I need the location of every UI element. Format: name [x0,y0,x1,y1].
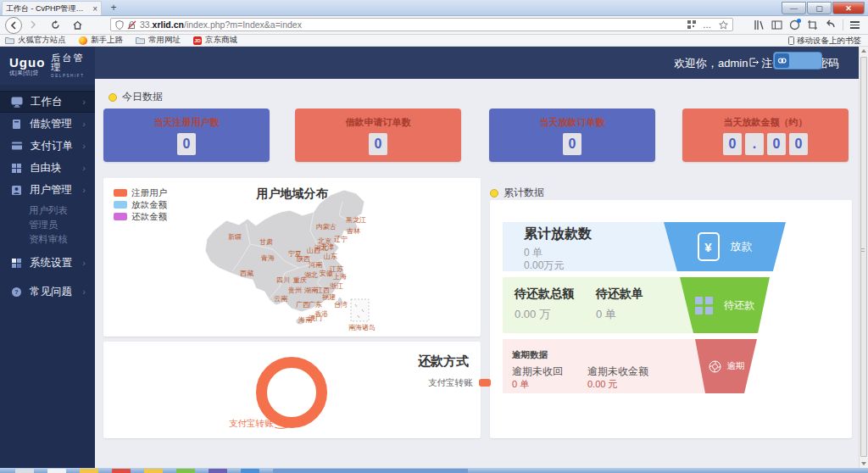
row2-col2-title: 待还款单 [596,287,643,302]
user-icon [11,185,22,196]
province-label: 辽宁 [334,235,348,244]
section-heading-totals: 累计数据 [490,186,544,200]
taskbar-icon[interactable] [241,469,259,473]
page-actions-icon[interactable]: … [703,20,712,30]
row1-amount: 0.00万元 [524,259,564,273]
qr-page-action-icon[interactable] [687,20,696,29]
screenshot-tool-icon[interactable] [807,19,818,31]
tracking-shield-icon[interactable] [115,20,124,30]
taskbar-icon[interactable] [80,469,98,473]
taskbar-icon[interactable] [15,469,34,473]
row2-col1-value: 0.00 万 [515,307,550,322]
insecure-lock-icon[interactable] [127,20,136,30]
scroll-up-arrow-icon[interactable] [861,49,866,53]
reload-button[interactable] [47,17,63,32]
windows-taskbar[interactable] [0,468,868,473]
extension-badge-icon[interactable] [789,19,800,31]
stat-card-disbursed-amount: 当天放款金额（约） 0.00 [682,109,849,162]
phone-icon [788,36,794,45]
province-label: 广西 [296,300,309,309]
sidebar-item-workbench[interactable]: 工作台 › [0,91,95,113]
bookmark-star-icon[interactable] [719,20,728,30]
province-label: 内蒙古 [316,222,337,231]
row3-small-title: 逾期数据 [512,349,548,361]
minimize-button[interactable]: — [782,2,806,14]
sidebar-item-payments[interactable]: 支付订单 › [0,135,95,157]
counter: 0 [367,133,389,155]
blocks-grid-icon [11,163,22,174]
scroll-down-arrow-icon[interactable] [861,462,866,465]
back-button[interactable] [5,17,22,34]
stat-card-loan-applications: 借款申请订单数 0 [295,109,461,162]
logout-icon[interactable] [749,58,759,67]
counter-digit: 0 [563,133,581,155]
province-label: 上海 [333,272,347,281]
new-tab-button[interactable]: + [105,2,122,14]
sidebar-item-user-list[interactable]: 用户列表 [0,203,95,218]
sidebar-item-admins[interactable]: 管理员 [0,218,95,232]
province-label: 广东 [309,300,322,309]
credit-card-icon [11,141,23,151]
sidebar-item-profile-review[interactable]: 资料审核 [0,232,95,247]
chevron-right-icon: › [82,185,86,195]
close-button[interactable]: ✕ [832,2,865,14]
browser-tab[interactable]: 工作台 - CvPHP管理系统 × [2,1,102,15]
section-heading-today: 今日数据 [108,90,163,104]
sidebar-item-loans[interactable]: 借款管理 › [0,113,95,135]
question-circle-icon: ? [11,287,22,298]
library-icon[interactable] [754,19,765,31]
ledger-icon [11,119,22,130]
taskbar-active-window[interactable] [273,469,468,473]
taskbar-icon[interactable] [176,469,195,473]
window-controls: — ▢ ✕ [781,2,865,14]
bookmark-item[interactable]: 新手上路 [79,35,123,46]
sidebar-item-users[interactable]: 用户管理 › [0,179,95,201]
home-button[interactable] [70,17,85,32]
funnel-stage-disbursed: ¥ 放款 [664,222,786,271]
sync-arrow-icon[interactable] [825,19,836,31]
brand-en: DELPSHIFT [51,75,95,79]
repay-legend-label[interactable]: 支付宝转账 [428,377,473,389]
taskbar-icon[interactable] [209,469,227,473]
row3-col1-value: 0 单 [512,378,529,391]
url-bar[interactable]: 33.xrlid.cn/index.php?m=Index&a=index … [110,18,733,31]
tab-title: 工作台 - CvPHP管理系统 [6,3,90,14]
donut-label-leader [275,420,298,431]
taskbar-icon[interactable] [112,469,131,473]
folder-icon [136,36,145,44]
bookmark-item[interactable]: 火狐官方站点 [5,35,66,46]
sidebar-item-blocks[interactable]: 自由块 › [0,157,95,179]
province-label: 新疆 [228,232,242,242]
sidebar-item-faq[interactable]: ? 常见问题 › [0,281,95,303]
province-label: 青海 [261,253,275,263]
brand-title: 后台管理 [51,53,95,72]
sidebar-item-settings[interactable]: 系统设置 › [0,252,95,274]
sidebar-toggle-icon[interactable] [771,19,782,31]
scrollbar-thumb[interactable] [860,57,867,457]
legend-marker[interactable] [479,379,491,387]
screenshot-extension-overlay[interactable] [773,52,822,70]
stat-card-title: 借款申请订单数 [346,116,411,129]
app-logo[interactable]: Uguo 优|果|信|贷 后台管理 DELPSHIFT [0,47,95,85]
page-scrollbar[interactable] [859,47,868,468]
yen-receipt-icon: ¥ [698,232,720,261]
mobile-bookmarks[interactable]: 移动设备上的书签 [788,35,861,47]
province-label: 天津 [320,242,334,252]
jd-logo-icon: JD [193,36,202,45]
taskbar-icon[interactable] [144,469,163,473]
bookmark-item[interactable]: JD 京东商城 [193,35,237,46]
forward-button[interactable] [25,17,41,32]
province-label: 安徽 [320,269,333,278]
close-tab-icon[interactable]: × [92,4,97,14]
stat-card-title: 当天放款订单数 [540,116,605,129]
maximize-button[interactable]: ▢ [807,2,832,14]
coin-flower-icon [708,359,722,374]
bookmark-item[interactable]: 常用网址 [136,35,181,46]
row2-col2-value: 0 单 [596,307,616,322]
taskbar-icon[interactable] [47,469,66,473]
sidebar-nav: 工作台 › 借款管理 › 支付订单 › 自由块 › 用户管理 › 用户列表 管理… [0,85,95,468]
yellow-dot-icon [490,189,498,198]
row3-col2-value: 0.00 元 [587,378,617,391]
row2-col1-title: 待还款总额 [515,287,574,302]
menu-hamburger-icon[interactable] [850,21,860,29]
